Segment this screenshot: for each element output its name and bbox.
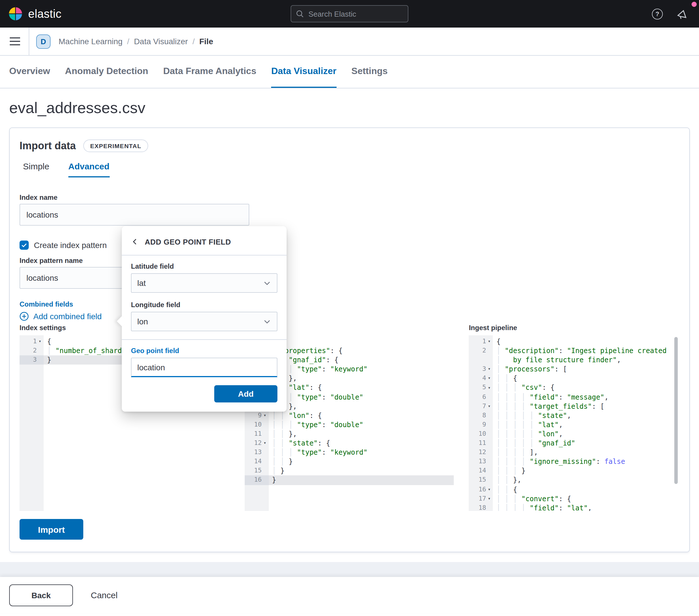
geo-point-field-input[interactable] — [131, 358, 277, 377]
code-line: 11│ │ }, — [245, 429, 454, 439]
line-number: 3 — [19, 356, 37, 364]
add-combined-field-label: Add combined field — [33, 312, 102, 321]
hamburger-icon — [9, 37, 21, 46]
back-button[interactable]: Back — [9, 584, 73, 606]
combined-fields-label: Combined fields — [19, 300, 680, 308]
chevron-down-icon — [263, 279, 271, 287]
line-number: 17 — [469, 494, 486, 503]
cancel-button[interactable]: Cancel — [91, 590, 117, 600]
help-icon[interactable]: ? — [652, 8, 663, 19]
fold-arrow-icon[interactable]: ▾ — [486, 496, 492, 501]
longitude-field-select[interactable]: lon — [131, 312, 277, 331]
import-button[interactable]: Import — [19, 519, 83, 540]
line-number: 18 — [469, 503, 486, 511]
code-line: 2│ "description": "Ingest pipeline creat… — [469, 346, 680, 356]
newsfeed-cheer-icon[interactable] — [676, 8, 687, 19]
code-line: 1▾{ — [469, 337, 680, 346]
chevron-left-icon — [131, 238, 139, 246]
space-avatar[interactable]: D — [36, 34, 51, 49]
line-number: 7 — [469, 402, 486, 411]
breadcrumb: Machine Learning / Data Visualizer / Fil… — [58, 37, 213, 46]
editors-row: Index settings 1▾{2│ "number_of_shards":… — [19, 324, 680, 511]
ml-nav-tabs: Overview Anomaly Detection Data Frame An… — [0, 56, 699, 89]
code-line: 5▾│ │ │ "csv": { — [469, 383, 680, 392]
code-line: 14│ │ } — [245, 457, 454, 466]
brand-name: elastic — [28, 7, 62, 21]
code-line: 14│ │ │ } — [469, 467, 680, 476]
fold-arrow-icon[interactable]: ▾ — [486, 339, 492, 344]
line-number: 1 — [19, 337, 37, 346]
line-number: 15 — [245, 467, 262, 476]
plus-in-circle-icon — [19, 312, 29, 321]
popover-back-button[interactable] — [131, 238, 139, 246]
tab-anomaly-detection[interactable]: Anomaly Detection — [65, 56, 148, 88]
tab-settings[interactable]: Settings — [352, 56, 388, 88]
code-line: 12│ │ │ │ ], — [469, 448, 680, 457]
breadcrumb-separator: / — [127, 37, 130, 46]
tab-data-visualizer[interactable]: Data Visualizer — [271, 56, 336, 88]
line-number: 5 — [469, 383, 486, 392]
page-title: eval_addresses.csv — [0, 89, 699, 128]
code-line: 9│ │ │ │ │ "lat", — [469, 420, 680, 429]
code-line: 8│ │ │ │ │ "state", — [469, 411, 680, 420]
fold-arrow-icon[interactable]: ▾ — [486, 367, 492, 372]
longitude-field-value: lon — [137, 317, 148, 326]
line-number: 15 — [469, 476, 486, 485]
code-line: 10│ │ │ │ │ "lon", — [469, 429, 680, 439]
line-number: 12 — [245, 439, 262, 448]
breadcrumb-machine-learning[interactable]: Machine Learning — [58, 37, 123, 46]
import-data-panel: Import data EXPERIMENTAL Simple Advanced… — [9, 128, 690, 552]
line-number: 12 — [469, 448, 486, 457]
fold-arrow-icon[interactable]: ▾ — [486, 487, 492, 492]
code-line: 16} — [245, 476, 454, 485]
add-button[interactable]: Add — [214, 385, 277, 402]
code-line: 11│ │ │ │ │ "gnaf_id" — [469, 439, 680, 448]
ingest-pipeline-editor[interactable]: 1▾{2│ "description": "Ingest pipeline cr… — [469, 335, 680, 511]
editor-scrollbar[interactable] — [674, 337, 678, 484]
line-number: 10 — [469, 429, 486, 439]
latitude-field-label: Latitude field — [131, 262, 277, 270]
tab-simple[interactable]: Simple — [23, 161, 49, 177]
fold-arrow-icon[interactable]: ▾ — [486, 376, 492, 381]
search-icon — [296, 10, 304, 18]
brand[interactable]: elastic — [8, 6, 94, 21]
tab-advanced[interactable]: Advanced — [68, 161, 109, 177]
notification-dot — [691, 2, 697, 7]
create-index-pattern-label[interactable]: Create index pattern — [34, 241, 107, 250]
line-number: 14 — [245, 457, 262, 466]
code-line: 17▾│ │ │ "convert": { — [469, 494, 680, 503]
add-combined-field-button[interactable]: Add combined field — [19, 312, 102, 321]
latitude-field-select[interactable]: lat — [131, 273, 277, 293]
header-divider — [29, 28, 29, 55]
add-geo-point-field-popover: ADD GEO POINT FIELD Latitude field lat L… — [122, 226, 287, 412]
tab-overview[interactable]: Overview — [9, 56, 50, 88]
breadcrumb-separator: / — [193, 37, 195, 46]
global-search[interactable] — [291, 5, 408, 22]
code-line: 13│ │ │ "type": "keyword" — [245, 448, 454, 457]
index-name-input[interactable] — [19, 204, 249, 226]
fold-arrow-icon[interactable]: ▾ — [486, 404, 492, 409]
create-index-pattern-checkbox[interactable] — [19, 241, 29, 250]
code-line: 13│ │ │ │ "ignore_missing": false — [469, 457, 680, 466]
geo-point-field-label: Geo point field — [131, 347, 277, 355]
menu-button[interactable] — [7, 35, 23, 48]
breadcrumb-current-file: File — [199, 37, 213, 46]
code-line: 18│ │ │ │ "field": "lat", — [469, 503, 680, 511]
fold-arrow-icon[interactable]: ▾ — [262, 441, 268, 445]
breadcrumb-data-visualizer[interactable]: Data Visualizer — [134, 37, 188, 46]
line-number: 11 — [245, 429, 262, 439]
fold-arrow-icon[interactable]: ▾ — [262, 413, 268, 418]
footer-divider-band — [0, 562, 699, 577]
line-number: 9 — [245, 411, 262, 420]
tab-data-frame-analytics[interactable]: Data Frame Analytics — [163, 56, 256, 88]
line-number: 13 — [245, 448, 262, 457]
fold-arrow-icon[interactable]: ▾ — [486, 386, 492, 390]
fold-arrow-icon[interactable]: ▾ — [37, 339, 43, 344]
line-number: 16 — [469, 485, 486, 494]
code-line: 16▾│ │ { — [469, 485, 680, 494]
search-input[interactable] — [307, 9, 403, 19]
index-pattern-name-label: Index pattern name — [19, 257, 680, 265]
line-number: 6 — [469, 392, 486, 402]
line-number: 11 — [469, 439, 486, 448]
bottom-bar: Back Cancel — [0, 577, 699, 613]
